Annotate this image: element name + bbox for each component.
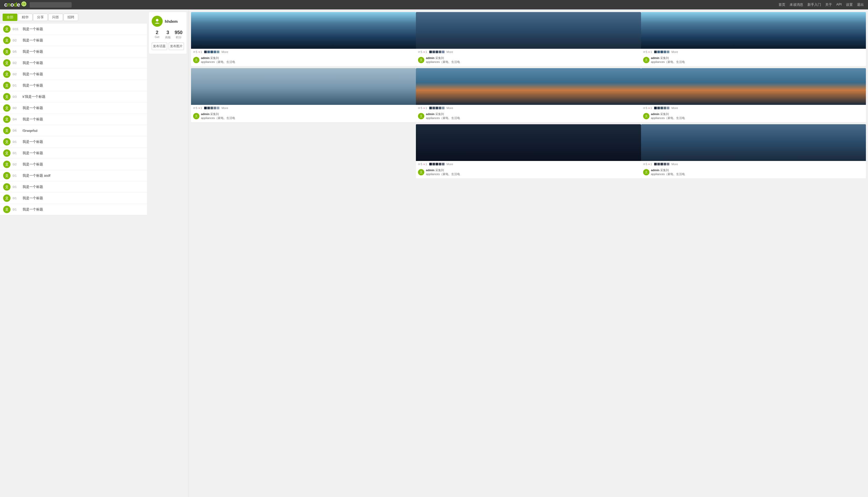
nav-home[interactable]: 首页 bbox=[779, 2, 785, 7]
image-user-avatar[interactable] bbox=[193, 57, 199, 63]
more-link[interactable]: More bbox=[672, 162, 678, 166]
image-board[interactable]: appliances（家电、生活电 bbox=[201, 116, 235, 119]
image-username[interactable]: admin bbox=[201, 56, 209, 59]
topic-count: 0/2 bbox=[13, 106, 20, 110]
image-board[interactable]: appliances（家电、生活电 bbox=[651, 172, 685, 176]
color-swatch bbox=[442, 51, 444, 53]
retweet-icon: ⟳ bbox=[643, 163, 645, 166]
image-user-avatar[interactable] bbox=[418, 57, 424, 63]
image-user-info: admin 采集到 appliances（家电、生活电 bbox=[651, 112, 685, 120]
topic-item[interactable]: 0/2 我是一个标题 bbox=[0, 102, 147, 114]
color-swatch bbox=[204, 107, 207, 109]
topic-item[interactable]: 0/4 我是一个标题 bbox=[0, 114, 147, 125]
image-thumbnail[interactable] bbox=[416, 124, 641, 161]
nav-api[interactable]: API bbox=[836, 2, 842, 7]
nav-guide[interactable]: 新手入门 bbox=[808, 2, 821, 7]
more-link[interactable]: More bbox=[221, 106, 228, 110]
topic-item[interactable]: 0/1 我是一个标题 bbox=[0, 147, 147, 159]
nav-messages[interactable]: 未读消息 bbox=[789, 2, 803, 7]
image-board[interactable]: appliances（家电、生活电 bbox=[426, 60, 460, 63]
post-topic-button[interactable]: 发布话题 bbox=[152, 42, 167, 50]
topic-item[interactable]: 0/2 我是一个标题 bbox=[0, 159, 147, 170]
image-user-avatar[interactable] bbox=[418, 113, 424, 119]
image-user-avatar[interactable] bbox=[643, 113, 649, 119]
color-swatch bbox=[442, 107, 444, 109]
image-username[interactable]: admin bbox=[426, 56, 434, 59]
more-link[interactable]: More bbox=[446, 50, 453, 54]
topic-count: 0/1 bbox=[13, 185, 20, 188]
tab-all[interactable]: 全部 bbox=[3, 14, 17, 21]
topic-icon bbox=[3, 93, 11, 100]
color-swatch bbox=[213, 107, 216, 109]
image-board[interactable]: appliances（家电、生活电 bbox=[201, 60, 235, 63]
topic-item[interactable]: 0/1 我是一个标题 bbox=[0, 80, 147, 91]
topic-item[interactable]: 0/2 我是一个标题 bbox=[0, 35, 147, 46]
color-swatch bbox=[432, 51, 435, 53]
image-meta: ⟳ 5 ♥ 1 More bbox=[416, 105, 641, 111]
svg-point-4 bbox=[6, 50, 8, 52]
image-username[interactable]: admin bbox=[651, 56, 659, 59]
tab-job[interactable]: 招聘 bbox=[64, 14, 78, 21]
image-board[interactable]: appliances（家电、生活电 bbox=[426, 172, 460, 176]
image-thumbnail[interactable] bbox=[641, 68, 866, 105]
tab-featured[interactable]: 精华 bbox=[18, 14, 32, 21]
svg-point-26 bbox=[646, 115, 647, 116]
color-swatch bbox=[429, 51, 432, 53]
image-board[interactable]: appliances（家电、生活电 bbox=[426, 116, 460, 119]
image-column-3: ⟳ 5 ♥ 1 More admin 采集到 appliances（家电、生活电… bbox=[641, 12, 866, 494]
more-link[interactable]: More bbox=[672, 106, 678, 110]
color-swatch bbox=[664, 163, 666, 166]
topic-title: 我是一个标题 bbox=[23, 117, 144, 122]
image-thumbnail[interactable] bbox=[641, 124, 866, 161]
tab-share[interactable]: 分享 bbox=[33, 14, 48, 21]
image-board[interactable]: appliances（家电、生活电 bbox=[651, 116, 685, 119]
image-user-avatar[interactable] bbox=[643, 169, 649, 175]
heart-stat: ♥ 1 bbox=[648, 50, 652, 54]
more-link[interactable]: More bbox=[446, 162, 453, 166]
topic-item[interactable]: 0/3 k'我是一个标题 bbox=[0, 91, 147, 102]
more-link[interactable]: More bbox=[446, 106, 453, 110]
image-board[interactable]: appliances（家电、生活电 bbox=[651, 60, 685, 63]
topic-item[interactable]: 0/2 我是一个标题 bbox=[0, 69, 147, 80]
topic-title: 我是一个标题 bbox=[23, 105, 144, 110]
more-link[interactable]: More bbox=[672, 50, 678, 54]
retweet-count: 5 bbox=[196, 106, 197, 110]
topic-item[interactable]: 0/1 我是一个标题 bbox=[0, 181, 147, 193]
image-username[interactable]: admin bbox=[651, 112, 659, 116]
topic-icon bbox=[3, 116, 11, 123]
svg-point-27 bbox=[646, 171, 647, 172]
topic-item[interactable]: 0/15 我是一个标题 bbox=[0, 24, 147, 35]
image-username[interactable]: admin bbox=[651, 169, 659, 172]
image-meta: ⟳ 5 ♥ 1 More bbox=[191, 105, 416, 111]
logo[interactable]: cnode bbox=[4, 1, 27, 8]
topic-count: 0/3 bbox=[13, 95, 20, 98]
topic-item[interactable]: 0/1 我是一个标题 bbox=[0, 204, 147, 215]
topic-item[interactable]: 0/1 我是一个标题 asdf bbox=[0, 170, 147, 181]
image-thumbnail[interactable] bbox=[191, 12, 416, 49]
color-palette bbox=[654, 107, 670, 109]
topic-item[interactable]: 0/6 f3rwqefsd bbox=[0, 125, 147, 136]
image-user-avatar[interactable] bbox=[643, 57, 649, 63]
topic-item[interactable]: 0/1 我是一个标题 bbox=[0, 136, 147, 147]
image-user-avatar[interactable] bbox=[418, 169, 424, 175]
nav-logout[interactable]: 退出 bbox=[857, 2, 864, 7]
image-thumbnail[interactable] bbox=[416, 12, 641, 49]
svg-point-23 bbox=[421, 115, 422, 116]
image-username[interactable]: admin bbox=[426, 169, 434, 172]
topic-item[interactable]: 0/1 我是一个标题 bbox=[0, 193, 147, 204]
image-username[interactable]: admin bbox=[201, 112, 209, 116]
image-user-avatar[interactable] bbox=[193, 113, 199, 119]
search-input[interactable] bbox=[30, 2, 72, 8]
post-image-button[interactable]: 发布图片 bbox=[169, 42, 184, 50]
color-swatch bbox=[654, 51, 657, 53]
topic-item[interactable]: 0/5 我是一个标题 bbox=[0, 46, 147, 57]
nav-settings[interactable]: 设置 bbox=[846, 2, 853, 7]
image-thumbnail[interactable] bbox=[191, 68, 416, 105]
tab-qa[interactable]: 问答 bbox=[48, 14, 63, 21]
more-link[interactable]: More bbox=[221, 50, 228, 54]
topic-item[interactable]: 0/2 我是一个标题 bbox=[0, 57, 147, 69]
nav-about[interactable]: 关于 bbox=[825, 2, 832, 7]
image-username[interactable]: admin bbox=[426, 112, 434, 116]
image-thumbnail[interactable] bbox=[641, 12, 866, 49]
image-thumbnail[interactable] bbox=[416, 68, 641, 105]
